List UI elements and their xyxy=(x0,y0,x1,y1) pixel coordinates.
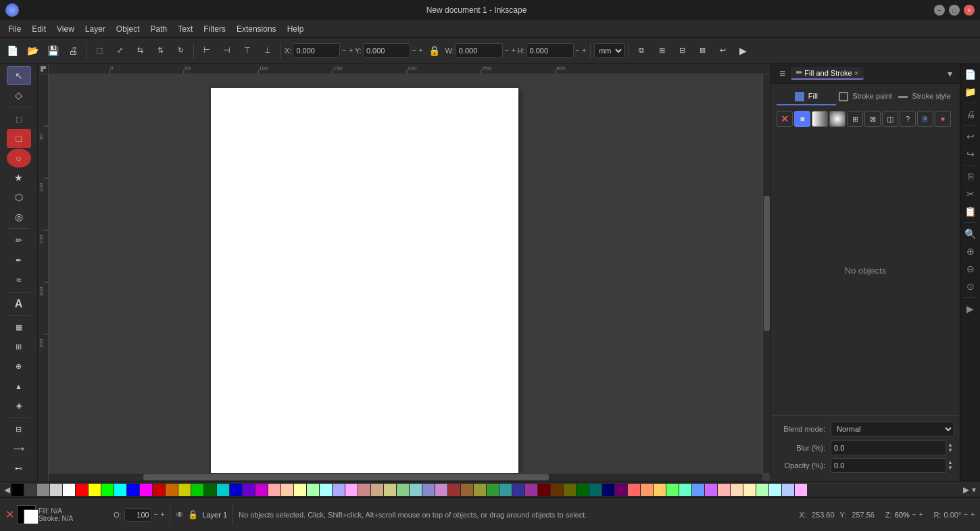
horizontal-scrollbar-thumb[interactable] xyxy=(143,474,549,480)
text-tool-button[interactable]: A xyxy=(7,295,31,313)
menubar-item-help[interactable]: Help xyxy=(282,23,310,35)
blur-input[interactable] xyxy=(831,440,946,455)
palette-color-6[interactable] xyxy=(89,484,101,496)
x-input[interactable] xyxy=(293,43,340,58)
palette-color-16[interactable] xyxy=(217,484,229,496)
sidebar-toggle[interactable]: ▶ xyxy=(733,41,752,60)
palette-color-54[interactable] xyxy=(705,484,717,496)
palette-color-15[interactable] xyxy=(204,484,216,496)
palette-color-41[interactable] xyxy=(538,484,550,496)
opacity-decrement-btn[interactable]: − xyxy=(154,511,158,518)
menubar-item-path[interactable]: Path xyxy=(145,23,173,35)
lock-aspect-button[interactable]: 🔒 xyxy=(425,41,444,60)
palette-color-11[interactable] xyxy=(153,484,165,496)
palette-color-38[interactable] xyxy=(499,484,512,496)
palette-color-49[interactable] xyxy=(641,484,653,496)
panel-menu-button[interactable]: ▾ xyxy=(942,66,957,81)
palette-color-1[interactable] xyxy=(24,484,36,496)
star-tool-button[interactable]: ★ xyxy=(7,168,31,187)
x-increment[interactable]: + xyxy=(348,47,353,54)
palette-color-57[interactable] xyxy=(743,484,756,496)
menubar-item-extensions[interactable]: Extensions xyxy=(231,23,282,35)
flip-v-button[interactable]: ⇅ xyxy=(151,41,170,60)
palette-color-18[interactable] xyxy=(243,484,255,496)
align-top-button[interactable]: ⊥ xyxy=(258,41,277,60)
palette-color-53[interactable] xyxy=(692,484,704,496)
spray-tool-button[interactable]: ◈ xyxy=(7,397,31,415)
menubar-item-layer[interactable]: Layer xyxy=(80,23,111,35)
palette-scroll-right[interactable]: ▶ xyxy=(962,485,971,495)
opacity-input[interactable] xyxy=(831,458,946,473)
circle-tool-button[interactable]: ○ xyxy=(7,149,31,168)
palette-color-12[interactable] xyxy=(166,484,178,496)
palette-color-17[interactable] xyxy=(230,484,242,496)
palette-scroll-left[interactable]: ◀ xyxy=(3,485,11,495)
connector-tool-button[interactable]: ⟶ xyxy=(7,440,31,459)
zoom-fit-btn[interactable]: 🔍 xyxy=(962,226,979,242)
w-input[interactable] xyxy=(456,43,503,58)
radial-gradient-button[interactable]: ● xyxy=(829,111,846,127)
print-button[interactable]: 🖨 xyxy=(64,41,82,60)
palette-color-28[interactable] xyxy=(371,484,383,496)
dropper-tool-button[interactable]: ⊕ xyxy=(7,357,31,376)
transform-panel-button[interactable]: ⧉ xyxy=(632,41,651,60)
palette-color-50[interactable] xyxy=(654,484,666,496)
align-right-button[interactable]: ⊤ xyxy=(238,41,257,60)
redo-btn[interactable]: ↪ xyxy=(962,146,979,162)
pen-tool-button[interactable]: ✒ xyxy=(7,251,31,270)
palette-color-0[interactable] xyxy=(11,484,24,496)
open-button[interactable]: 📁 xyxy=(962,84,979,100)
palette-color-43[interactable] xyxy=(564,484,576,496)
save-button[interactable]: 💾 xyxy=(43,41,62,60)
zoom-decrement-btn[interactable]: − xyxy=(912,511,916,518)
y-increment[interactable]: + xyxy=(418,47,424,54)
palette-color-26[interactable] xyxy=(345,484,358,496)
cut-btn[interactable]: ✂ xyxy=(962,186,979,202)
layer-lock-btn[interactable]: 🔓 xyxy=(188,510,198,520)
new-document-button[interactable]: 📄 xyxy=(3,41,22,60)
menubar-item-filters[interactable]: Filters xyxy=(198,23,231,35)
palette-color-10[interactable] xyxy=(140,484,152,496)
no-paint-button[interactable]: ✕ xyxy=(777,111,793,127)
flip-h-button[interactable]: ⇆ xyxy=(130,41,149,60)
flat-color-button[interactable]: ■ xyxy=(794,111,810,127)
fill-stroke-tab[interactable]: ✏ Fill and Stroke × xyxy=(791,67,864,80)
palette-color-44[interactable] xyxy=(577,484,589,496)
canvas-area[interactable]: ⋮ xyxy=(38,64,770,481)
palette-color-56[interactable] xyxy=(731,484,743,496)
node-tool-button[interactable]: ◇ xyxy=(7,86,31,105)
select-tool-button[interactable]: ↖ xyxy=(7,66,31,85)
minimize-button[interactable]: − xyxy=(934,5,945,16)
rotation-decrement-btn[interactable]: − xyxy=(964,511,968,518)
palette-color-36[interactable] xyxy=(474,484,486,496)
zoom-out-btn[interactable]: ⊖ xyxy=(962,261,979,277)
fill-stroke-close[interactable]: × xyxy=(854,69,858,77)
snap-button-3[interactable]: ⊠ xyxy=(693,41,712,60)
linear-gradient-button[interactable]: ■ xyxy=(812,111,828,127)
palette-color-46[interactable] xyxy=(602,484,614,496)
unknown-paint-button[interactable]: ? xyxy=(900,111,916,127)
palette-color-61[interactable] xyxy=(795,484,807,496)
snap-button-1[interactable]: ⊞ xyxy=(652,41,671,60)
snap-toggle[interactable]: ↩ xyxy=(713,41,732,60)
menubar-item-object[interactable]: Object xyxy=(111,23,145,35)
menubar-item-text[interactable]: Text xyxy=(172,23,198,35)
palette-color-3[interactable] xyxy=(50,484,62,496)
x-decrement[interactable]: − xyxy=(341,47,347,54)
y-decrement[interactable]: − xyxy=(412,47,417,54)
palette-color-4[interactable] xyxy=(63,484,75,496)
blur-decrement[interactable]: ▼ xyxy=(946,448,954,453)
palette-color-25[interactable] xyxy=(333,484,345,496)
palette-color-23[interactable] xyxy=(307,484,319,496)
menubar-item-edit[interactable]: Edit xyxy=(26,23,51,35)
palette-color-47[interactable] xyxy=(615,484,627,496)
h-decrement[interactable]: − xyxy=(575,47,581,54)
opacity-increment-btn[interactable]: + xyxy=(160,511,164,518)
palette-color-13[interactable] xyxy=(178,484,191,496)
swatch-button[interactable]: ◫ xyxy=(882,111,898,127)
palette-color-35[interactable] xyxy=(461,484,473,496)
zoom-rect-button[interactable]: ⬚ xyxy=(7,109,31,128)
palette-color-32[interactable] xyxy=(422,484,435,496)
palette-color-20[interactable] xyxy=(268,484,280,496)
panel-expand-btn[interactable]: ▶ xyxy=(962,301,979,317)
